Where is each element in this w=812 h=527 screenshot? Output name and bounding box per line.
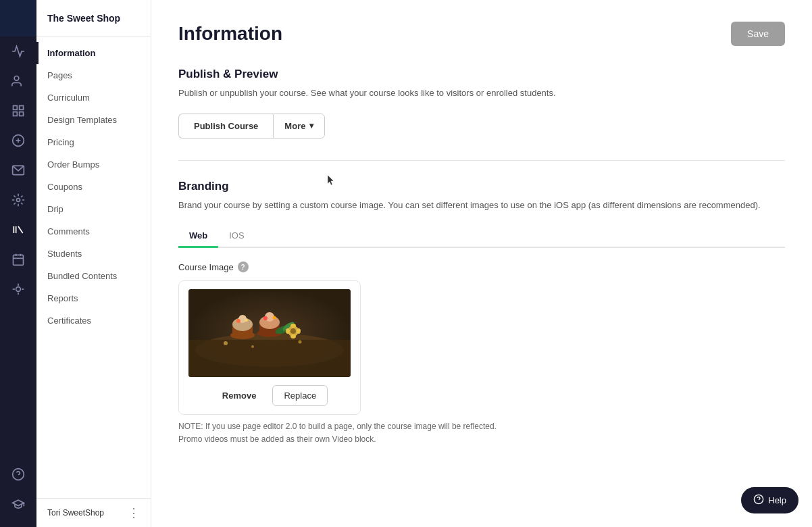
svg-point-9: [17, 199, 20, 202]
svg-point-48: [290, 334, 296, 338]
svg-rect-2: [20, 106, 24, 110]
sidebar-item-certificates[interactable]: Certificates: [36, 309, 151, 332]
sidebar-item-design-templates[interactable]: Design Templates: [36, 109, 151, 131]
save-button[interactable]: Save: [731, 22, 785, 46]
icon-rail-bottom: [0, 459, 36, 527]
mail-icon[interactable]: [0, 155, 36, 185]
analytics-icon[interactable]: [0, 36, 36, 66]
branding-note: NOTE: If you use page editor 2.0 to buil…: [178, 420, 785, 446]
sidebar-brand: The Sweet Shop: [36, 0, 151, 36]
svg-point-37: [263, 316, 268, 320]
sidebar-item-coupons[interactable]: Coupons: [36, 176, 151, 198]
main-header: Information Save: [178, 22, 785, 46]
settings-icon[interactable]: [0, 185, 36, 215]
sidebar-nav: Information Pages Curriculum Design Temp…: [36, 36, 151, 498]
course-image-help-icon[interactable]: ?: [238, 261, 249, 272]
svg-rect-13: [14, 255, 24, 265]
branding-tabs: Web IOS: [178, 225, 785, 248]
users-icon[interactable]: [0, 66, 36, 96]
apps-icon[interactable]: [0, 274, 36, 304]
image-upload-box: Remove Replace: [178, 280, 361, 415]
svg-point-0: [14, 76, 19, 81]
more-options-icon[interactable]: ⋮: [128, 507, 140, 519]
svg-point-45: [290, 328, 296, 334]
sidebar-item-drip[interactable]: Drip: [36, 198, 151, 220]
calendar-icon[interactable]: [0, 245, 36, 274]
svg-point-38: [273, 316, 276, 320]
help-button[interactable]: Help: [741, 487, 798, 513]
sidebar-item-pages[interactable]: Pages: [36, 64, 151, 86]
image-actions: Remove Replace: [211, 385, 328, 406]
help-icon: [753, 494, 764, 507]
more-label: More: [284, 121, 305, 131]
course-image-svg: [188, 289, 351, 377]
more-button[interactable]: More ▾: [273, 114, 325, 139]
main-content: Information Save Publish & Preview Publi…: [151, 0, 812, 527]
publish-course-button[interactable]: Publish Course: [178, 114, 273, 139]
library-icon[interactable]: [0, 215, 36, 245]
publish-preview-title: Publish & Preview: [178, 68, 785, 81]
svg-point-47: [297, 328, 301, 334]
tab-web[interactable]: Web: [178, 225, 218, 248]
sidebar-footer: Tori SweetShop ⋮: [36, 498, 151, 527]
svg-point-17: [16, 287, 21, 292]
publish-actions: Publish Course More ▾: [178, 114, 785, 139]
svg-point-43: [251, 345, 254, 348]
svg-point-31: [236, 319, 240, 323]
publish-preview-section: Publish & Preview Publish or unpublish y…: [178, 68, 785, 139]
page-title: Information: [178, 23, 282, 45]
money-icon[interactable]: [0, 126, 36, 155]
section-divider: [178, 160, 785, 161]
publish-preview-desc: Publish or unpublish your course. See wh…: [178, 86, 785, 100]
sidebar-item-reports[interactable]: Reports: [36, 287, 151, 309]
brand-icon-area: [0, 0, 36, 36]
icon-rail: [0, 0, 36, 527]
replace-image-button[interactable]: Replace: [272, 385, 328, 406]
chevron-down-icon: ▾: [309, 121, 313, 130]
sidebar-item-information[interactable]: Information: [36, 42, 151, 64]
svg-point-32: [245, 319, 248, 322]
dashboard-icon[interactable]: [0, 96, 36, 126]
svg-line-12: [18, 226, 23, 233]
sidebar: The Sweet Shop Information Pages Curricu…: [36, 0, 151, 527]
course-image-preview: [188, 289, 351, 377]
svg-point-41: [224, 341, 228, 345]
sidebar-item-pricing[interactable]: Pricing: [36, 131, 151, 153]
svg-rect-1: [14, 106, 18, 110]
help-circle-icon[interactable]: [0, 459, 36, 489]
svg-rect-3: [14, 112, 18, 116]
course-image-label: Course Image ?: [178, 261, 785, 272]
branding-title: Branding: [178, 180, 785, 193]
svg-rect-26: [188, 340, 351, 377]
svg-point-49: [286, 328, 290, 334]
help-label: Help: [768, 495, 786, 505]
svg-rect-4: [20, 112, 24, 116]
course-image-inner: [188, 289, 351, 377]
sidebar-item-comments[interactable]: Comments: [36, 220, 151, 243]
tab-ios[interactable]: IOS: [218, 225, 255, 248]
svg-point-42: [299, 341, 302, 344]
user-name: Tori SweetShop: [47, 508, 104, 518]
sidebar-item-order-bumps[interactable]: Order Bumps: [36, 153, 151, 176]
graduation-icon[interactable]: [0, 489, 36, 519]
branding-section: Branding Brand your course by setting a …: [178, 180, 785, 447]
sidebar-item-students[interactable]: Students: [36, 243, 151, 265]
sidebar-item-bundled-contents[interactable]: Bundled Contents: [36, 265, 151, 287]
branding-desc: Brand your course by setting a custom co…: [178, 199, 785, 212]
remove-image-button[interactable]: Remove: [211, 385, 268, 406]
svg-point-46: [290, 324, 296, 328]
sidebar-item-curriculum[interactable]: Curriculum: [36, 86, 151, 109]
